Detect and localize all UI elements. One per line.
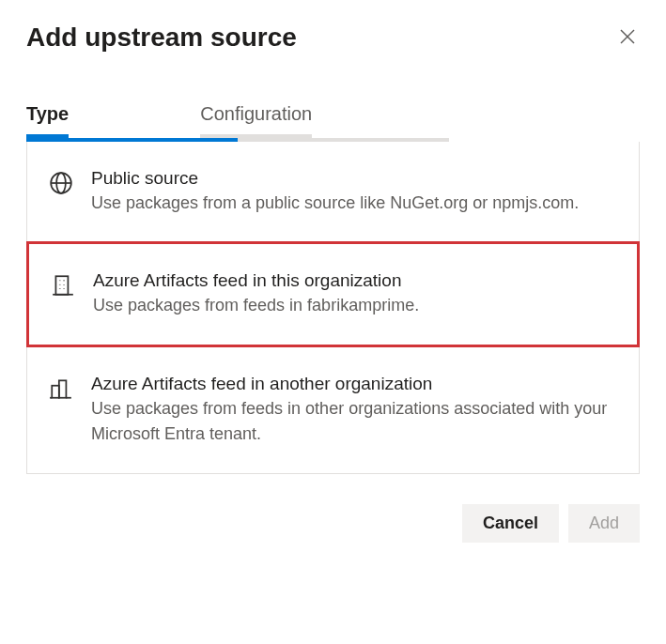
option-another-org[interactable]: Azure Artifacts feed in another organiza… xyxy=(27,347,639,473)
building-icon xyxy=(50,272,76,299)
option-desc: Use packages from a public source like N… xyxy=(91,191,611,216)
option-desc: Use packages from feeds in other organiz… xyxy=(91,396,611,447)
close-button[interactable] xyxy=(615,24,640,52)
svg-rect-14 xyxy=(59,380,67,397)
globe-icon xyxy=(48,170,74,196)
tab-configuration[interactable]: Configuration xyxy=(200,94,312,138)
option-desc: Use packages from feeds in fabrikamprime… xyxy=(93,293,609,318)
buildings-icon xyxy=(48,376,74,402)
option-title: Public source xyxy=(91,168,611,189)
dialog-title: Add upstream source xyxy=(26,23,297,53)
close-icon xyxy=(619,28,636,48)
cancel-button[interactable]: Cancel xyxy=(462,504,559,543)
option-title: Azure Artifacts feed in this organizatio… xyxy=(93,270,609,291)
dialog-footer: Cancel Add xyxy=(26,504,640,543)
svg-rect-13 xyxy=(52,386,59,398)
option-this-org[interactable]: Azure Artifacts feed in this organizatio… xyxy=(26,241,640,347)
options-panel: Public source Use packages from a public… xyxy=(26,142,640,474)
option-public-source[interactable]: Public source Use packages from a public… xyxy=(27,142,639,242)
tab-type[interactable]: Type xyxy=(26,94,69,138)
add-button[interactable]: Add xyxy=(568,504,640,543)
tabs: Type Configuration xyxy=(26,94,640,138)
svg-rect-5 xyxy=(55,276,68,295)
option-title: Azure Artifacts feed in another organiza… xyxy=(91,374,611,394)
